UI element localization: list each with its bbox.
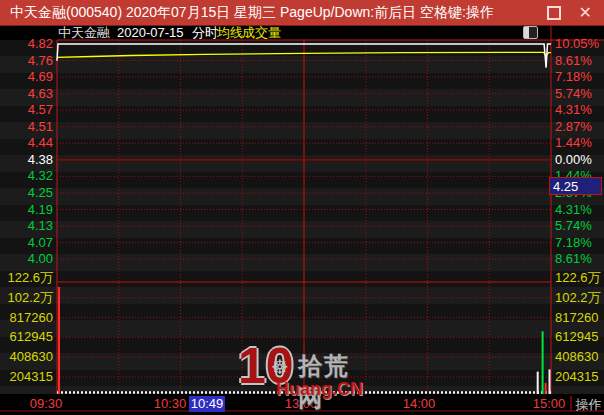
volume-axis-label: 817260 <box>0 311 53 325</box>
time-axis-label: 13:00 <box>269 397 333 411</box>
price-axis-label: 4.32 <box>0 169 53 183</box>
time-axis-label: 14:00 <box>387 397 451 411</box>
price-axis-label: 4.51 <box>0 120 53 134</box>
pct-axis-label: 10.05% <box>555 37 604 51</box>
price-axis-label: 4.38 <box>0 153 53 167</box>
price-tag: 4.25 <box>549 177 602 195</box>
price-axis-label: 4.19 <box>0 203 53 217</box>
price-axis-label: 4.00 <box>0 252 53 266</box>
volume-axis-label: 122.6万 <box>555 271 604 285</box>
volume-axis-label: 408630 <box>555 350 604 364</box>
price-axis-label: 4.13 <box>0 219 53 233</box>
volume-axis-label: 204315 <box>0 370 53 384</box>
pct-axis-label: 8.61% <box>555 252 604 266</box>
price-axis-label: 4.57 <box>0 103 53 117</box>
pct-axis-label: 4.31% <box>555 103 604 117</box>
pct-axis-label: 4.31% <box>555 203 604 217</box>
volume-axis-label: 817260 <box>555 311 604 325</box>
price-axis-label: 4.44 <box>0 136 53 150</box>
intraday-chart-plot[interactable] <box>0 0 604 415</box>
price-axis-label: 4.76 <box>0 54 53 68</box>
volume-axis-label: 102.2万 <box>555 291 604 305</box>
pct-axis-label: 5.74% <box>555 219 604 233</box>
volume-axis-label: 122.6万 <box>0 271 53 285</box>
price-axis-label: 4.07 <box>0 236 53 250</box>
action-label[interactable]: 操作 <box>573 397 604 412</box>
price-axis-label: 4.82 <box>0 37 53 51</box>
volume-axis-label: 408630 <box>0 350 53 364</box>
pct-axis-label: 8.61% <box>555 54 604 68</box>
price-axis-label: 4.63 <box>0 87 53 101</box>
pct-axis-label: 5.74% <box>555 87 604 101</box>
price-axis-label: 4.25 <box>0 186 53 200</box>
stock-app-window: 中天金融(000540) 2020年07月15日 星期三 PageUp/Down… <box>0 0 604 415</box>
volume-axis-label: 204315 <box>555 370 604 384</box>
price-axis-label: 4.69 <box>0 70 53 84</box>
time-highlight-tag: 10:49 <box>189 396 225 412</box>
pct-axis-label: 7.18% <box>555 236 604 250</box>
time-axis-label: 09:30 <box>14 397 78 411</box>
volume-axis-label: 612945 <box>555 330 604 344</box>
pct-axis-label: 0.00% <box>555 153 604 167</box>
time-axis-label: 15:00 <box>517 397 581 411</box>
volume-axis-label: 612945 <box>0 330 53 344</box>
volume-axis-label: 102.2万 <box>0 291 53 305</box>
pct-axis-label: 2.87% <box>555 120 604 134</box>
pct-axis-label: 1.44% <box>555 136 604 150</box>
pct-axis-label: 7.18% <box>555 70 604 84</box>
